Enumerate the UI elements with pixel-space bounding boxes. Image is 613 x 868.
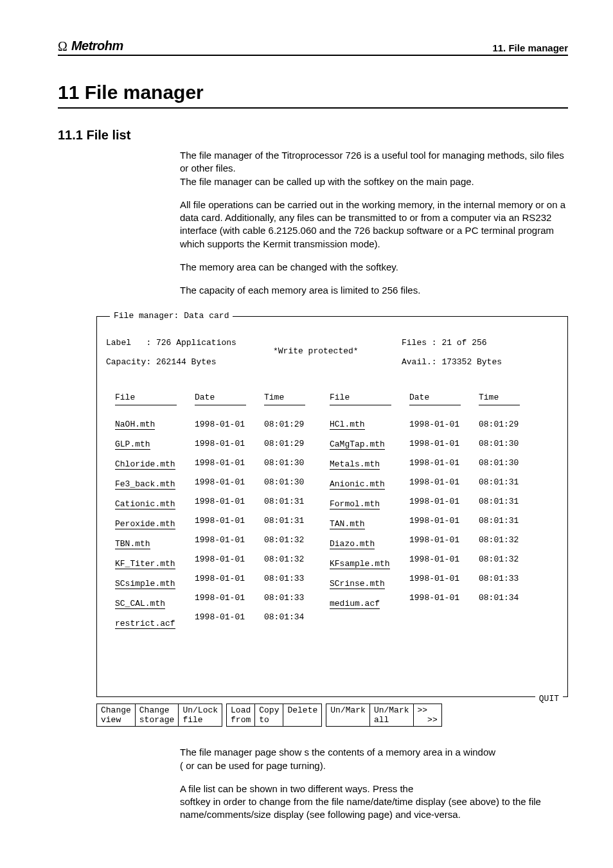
softkey-unmark[interactable]: Un/Mark [326, 704, 369, 726]
file-col-right-dates: Date 1998-01-01 1998-01-01 1998-01-01 19… [409, 383, 461, 639]
file-item[interactable]: Metals.mth [330, 459, 380, 470]
softkey-load-from[interactable]: Loadfrom [227, 704, 254, 726]
terminal-title: File manager: Data card [110, 311, 233, 321]
file-col-left-dates: Date 1998-01-01 1998-01-01 1998-01-01 19… [195, 383, 246, 639]
file-item[interactable]: Chloride.mth [115, 459, 175, 470]
page-header: Ω Metrohm 11. File manager [58, 39, 568, 56]
h1-rule [58, 107, 568, 109]
intro-paragraph-1: The file manager of the Titroprocessor 7… [180, 149, 568, 188]
file-item[interactable]: KFsample.mth [330, 559, 390, 569]
file-item[interactable]: KF_Titer.mth [115, 559, 175, 569]
file-item[interactable]: Formol.mth [330, 499, 380, 509]
intro-paragraph-4: The capacity of each memory area is limi… [180, 284, 568, 297]
file-col-right-names: File HCl.mth CaMgTap.mth Metals.mth Anio… [330, 383, 391, 639]
file-col-left-times: Time 08:01:29 08:01:29 08:01:30 08:01:30… [264, 383, 305, 639]
softkey-unlock-file[interactable]: Un/Lockfile [178, 704, 222, 726]
file-item[interactable]: restrict.acf [115, 619, 175, 629]
file-item[interactable]: SC_CAL.mth [115, 599, 165, 609]
file-item[interactable]: Anionic.mth [330, 479, 385, 490]
terminal-header: Label : 726 Applications Capacity: 26214… [106, 328, 558, 376]
file-item[interactable]: Fe3_back.mth [115, 479, 175, 490]
brand-name: Metrohm [71, 39, 123, 53]
file-item[interactable]: Diazo.mth [330, 539, 375, 549]
file-item[interactable]: SCsimple.mth [115, 579, 175, 589]
softkey-change-storage[interactable]: Changestorage [135, 704, 179, 726]
file-item[interactable]: HCl.mth [330, 420, 365, 430]
file-item[interactable]: Peroxide.mth [115, 519, 175, 529]
file-item[interactable]: TAN.mth [330, 519, 365, 529]
softkey-copy-to[interactable]: Copyto [254, 704, 283, 726]
brand: Ω Metrohm [58, 39, 123, 53]
file-item[interactable]: CaMgTap.mth [330, 439, 385, 450]
file-item[interactable]: SCrinse.mth [330, 579, 385, 589]
quit-label[interactable]: QUIT [535, 694, 563, 704]
intro-paragraph-2: All file operations can be carried out i… [180, 199, 568, 251]
softkey-group-1: Changeview Changestorage Un/Lockfile [96, 704, 222, 727]
file-item[interactable]: GLP.mth [115, 439, 150, 450]
brand-omega-icon: Ω [58, 40, 67, 53]
outro-paragraph-1: The file manager page show s the content… [180, 746, 568, 772]
intro-paragraph-3: The memory area can be changed with the … [180, 261, 568, 274]
softkeys-row: Changeview Changestorage Un/Lockfile Loa… [96, 704, 568, 727]
softkey-more[interactable]: >> >> [413, 704, 441, 726]
softkey-delete[interactable]: Delete [283, 704, 321, 726]
file-item[interactable]: medium.acf [330, 599, 380, 609]
breadcrumb: 11. File manager [492, 42, 568, 53]
softkey-unmark-all[interactable]: Un/Markall [369, 704, 413, 726]
softkey-change-view[interactable]: Changeview [97, 704, 135, 726]
file-item[interactable]: TBN.mth [115, 539, 150, 549]
chapter-title: 11 File manager [58, 82, 568, 103]
file-item[interactable]: NaOH.mth [115, 420, 155, 430]
file-item[interactable]: Cationic.mth [115, 499, 175, 509]
softkey-group-2: Loadfrom Copyto Delete [226, 704, 322, 727]
outro-paragraph-2: A file list can be shown in two differen… [180, 783, 568, 822]
file-col-left-names: File NaOH.mth GLP.mth Chloride.mth Fe3_b… [115, 383, 177, 639]
file-manager-terminal: File manager: Data card Label : 726 Appl… [96, 316, 568, 697]
file-col-right-times: Time 08:01:29 08:01:30 08:01:30 08:01:31… [479, 383, 520, 639]
section-title: 11.1 File list [58, 128, 568, 143]
file-table: File NaOH.mth GLP.mth Chloride.mth Fe3_b… [106, 383, 558, 639]
softkey-group-3: Un/Mark Un/Markall >> >> [326, 704, 441, 727]
